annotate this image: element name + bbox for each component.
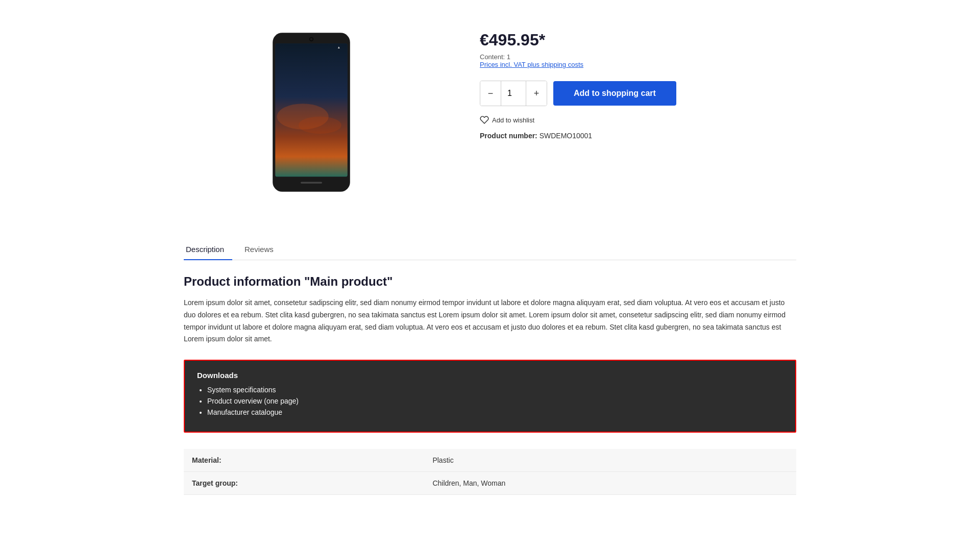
- specs-table: Material: Plastic Target group: Children…: [184, 449, 796, 495]
- quantity-decrease-button[interactable]: −: [480, 81, 501, 106]
- svg-text:▲: ▲: [337, 45, 341, 49]
- heart-icon: [480, 115, 489, 124]
- product-image: ▲: [260, 31, 362, 194]
- download-item-1[interactable]: System specifications: [207, 386, 783, 394]
- product-image-area: ▲: [184, 20, 439, 204]
- spec-row-target-group: Target group: Children, Man, Woman: [184, 472, 796, 495]
- wishlist-label: Add to wishlist: [492, 116, 534, 124]
- download-link-2[interactable]: Product overview (one page): [207, 397, 299, 405]
- spec-row-material: Material: Plastic: [184, 449, 796, 472]
- svg-point-4: [310, 38, 312, 40]
- tabs-bar: Description Reviews: [184, 240, 796, 260]
- quantity-increase-button[interactable]: +: [526, 81, 547, 106]
- tabs-section: Description Reviews Product information …: [184, 240, 796, 495]
- product-number-value: SWDEMO10001: [540, 132, 592, 140]
- product-price: €495.95*: [480, 31, 796, 49]
- content-info: Content: 1: [480, 53, 510, 61]
- product-details-area: €495.95* Content: 1 Prices incl. VAT plu…: [480, 20, 796, 140]
- svg-point-8: [299, 116, 341, 134]
- add-to-cart-button[interactable]: Add to shopping cart: [553, 81, 676, 106]
- product-section: ▲ €495.95* Content: 1 Prices incl. VAT p…: [184, 20, 796, 235]
- product-number-label: Product number:: [480, 132, 537, 140]
- quantity-input[interactable]: [501, 81, 526, 106]
- vat-link[interactable]: Prices incl. VAT plus shipping costs: [480, 61, 796, 68]
- downloads-title: Downloads: [197, 371, 783, 380]
- download-item-2[interactable]: Product overview (one page): [207, 397, 783, 405]
- download-link-3[interactable]: Manufacturer catalogue: [207, 408, 282, 416]
- downloads-list: System specifications Product overview (…: [197, 386, 783, 416]
- download-link-1[interactable]: System specifications: [207, 386, 276, 394]
- spec-value-target-group: Children, Man, Woman: [424, 472, 796, 495]
- spec-value-material: Plastic: [424, 449, 796, 472]
- spec-label-target-group: Target group:: [184, 472, 424, 495]
- svg-rect-5: [301, 182, 322, 183]
- downloads-box: Downloads System specifications Product …: [184, 360, 796, 433]
- tab-description[interactable]: Description: [184, 240, 232, 260]
- product-description: Lorem ipsum dolor sit amet, consetetur s…: [184, 297, 796, 345]
- wishlist-container[interactable]: Add to wishlist: [480, 115, 796, 124]
- product-number: Product number: SWDEMO10001: [480, 132, 796, 140]
- spec-label-material: Material:: [184, 449, 424, 472]
- page-wrapper: ▲ €495.95* Content: 1 Prices incl. VAT p…: [153, 0, 827, 515]
- product-info-heading: Product information "Main product": [184, 274, 796, 289]
- download-item-3[interactable]: Manufacturer catalogue: [207, 408, 783, 416]
- quantity-control: − +: [480, 81, 547, 106]
- purchase-controls: − + Add to shopping cart: [480, 81, 796, 106]
- tab-reviews[interactable]: Reviews: [242, 240, 282, 260]
